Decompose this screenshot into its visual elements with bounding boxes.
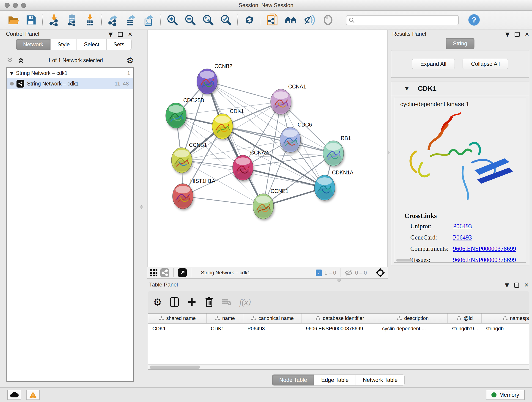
import-table-file-button[interactable]	[82, 13, 98, 27]
tab-node-table[interactable]: Node Table	[272, 375, 314, 385]
show-columns-icon[interactable]	[170, 297, 179, 307]
export-image-button[interactable]	[141, 13, 157, 27]
collapse-all-button[interactable]: Collapse All	[462, 59, 508, 69]
cloud-status-button[interactable]	[7, 390, 21, 400]
results-actions: Expand All Collapse All	[391, 50, 529, 78]
delete-column-icon[interactable]	[205, 297, 214, 307]
string-style-toggle-button[interactable]	[302, 13, 318, 27]
network-node-CDK1[interactable]: CDK1	[212, 108, 244, 139]
open-session-button[interactable]	[6, 13, 22, 27]
import-network-file-button[interactable]	[46, 13, 62, 27]
float-panel-icon[interactable]: ▼	[108, 32, 113, 37]
network-edge-CCNB2-CCNE1[interactable]	[207, 81, 263, 206]
tab-sets[interactable]: Sets	[106, 39, 132, 50]
save-session-button[interactable]	[24, 13, 38, 27]
zoom-out-button[interactable]	[182, 13, 198, 27]
column-header--id[interactable]: @id	[448, 313, 481, 323]
crosslink-link[interactable]: 9606.ENSP00000378699	[453, 256, 516, 263]
column-header-name[interactable]: name	[207, 313, 243, 323]
hidden-eye-icon	[345, 269, 353, 276]
maximize-panel-icon[interactable]	[515, 32, 520, 37]
help-button[interactable]: ?	[468, 14, 480, 27]
grid-view-icon[interactable]	[150, 269, 158, 277]
zoom-in-button[interactable]	[165, 13, 180, 27]
column-header-namespace[interactable]: namespace	[481, 313, 529, 323]
gene-expander-icon[interactable]: ▼	[405, 86, 409, 91]
table-hscrollbar[interactable]	[148, 364, 529, 370]
network-node-CDKN1A[interactable]: CDKN1A	[314, 170, 354, 200]
search-box[interactable]	[346, 15, 459, 25]
view-presentation-button[interactable]	[320, 13, 336, 27]
memory-button[interactable]: Memory	[486, 390, 525, 400]
network-node-CDC6[interactable]: CDC6	[280, 122, 312, 153]
zoom-selected-button[interactable]	[218, 13, 234, 27]
add-column-icon[interactable]	[187, 297, 197, 307]
network-node-HIST1H1A[interactable]: HIST1H1A	[172, 178, 215, 209]
network-row[interactable]: String Network – cdk1 11 48	[7, 78, 133, 89]
expand-all-icon[interactable]	[17, 57, 24, 64]
delete-table-icon	[222, 298, 232, 306]
table-row[interactable]: CDK1CDK1P064939606.ENSP00000378699cyclin…	[148, 324, 529, 334]
network-node-CCNB1[interactable]: CCNB1	[171, 142, 207, 173]
string-import-button[interactable]	[265, 13, 280, 28]
column-header-canonical-name[interactable]: canonical name	[243, 313, 302, 323]
collapse-all-icon[interactable]	[6, 57, 13, 64]
export-table-button[interactable]	[123, 13, 139, 27]
status-bar: Memory	[0, 387, 532, 402]
network-edge-CCNE1-HIST1H1A[interactable]	[183, 196, 263, 206]
gene-details: cyclin-dependent kinase 1	[394, 97, 526, 263]
home-layout-button[interactable]	[283, 13, 299, 27]
results-panel: Results Panel ▼ ✕ String Expand All Coll…	[389, 30, 531, 279]
tab-select[interactable]: Select	[77, 39, 106, 50]
results-hscroll-thumb[interactable]	[396, 259, 413, 262]
close-panel-icon[interactable]: ✕	[525, 32, 529, 37]
network-canvas[interactable]: CCNB2CCNA1CDC25BCDK1CDC6RB1CCNB1CCNA2CDK…	[147, 30, 388, 267]
zoom-fit-button[interactable]	[200, 13, 216, 27]
maximize-panel-icon[interactable]	[118, 32, 123, 37]
network-node-CCNA1[interactable]: CCNA1	[271, 84, 306, 114]
network-node-RB1[interactable]: RB1	[323, 135, 351, 166]
selected-count: 1 – 0	[324, 270, 336, 276]
network-options-gear-icon[interactable]: ⚙	[127, 56, 134, 65]
network-node-CCNE1[interactable]: CCNE1	[253, 188, 288, 219]
table-panel-controls: ▼ ✕	[505, 282, 529, 288]
crosslink-link[interactable]: P06493	[453, 234, 472, 241]
tab-network[interactable]: Network	[16, 39, 51, 50]
close-panel-icon[interactable]: ✕	[128, 32, 133, 37]
tab-network-table[interactable]: Network Table	[356, 375, 405, 385]
column-header-label: name	[222, 315, 235, 321]
search-input[interactable]	[356, 17, 456, 23]
refresh-view-button[interactable]	[241, 13, 257, 27]
crosslink-link[interactable]: 9606.ENSP00000378699	[453, 245, 516, 252]
float-panel-icon[interactable]: ▼	[505, 282, 509, 288]
tree-expander-icon[interactable]: ▼	[10, 71, 13, 76]
import-network-database-button[interactable]	[64, 13, 80, 27]
column-header-shared-name[interactable]: shared name	[148, 313, 207, 323]
birdseye-toggle-icon[interactable]	[375, 268, 385, 278]
tab-style[interactable]: Style	[51, 39, 77, 50]
column-header-database-identifier[interactable]: database identifier	[302, 313, 378, 323]
selected-checkbox-icon[interactable]: ✓	[316, 269, 322, 276]
table-settings-gear-icon[interactable]: ⚙	[153, 297, 162, 308]
table-cell: CDK1	[207, 326, 243, 332]
open-in-window-icon[interactable]	[178, 268, 187, 277]
tab-string[interactable]: String	[446, 38, 475, 49]
tab-edge-table[interactable]: Edge Table	[314, 375, 356, 385]
gene-card-header[interactable]: ▼ CDK1	[391, 82, 529, 95]
float-panel-icon[interactable]: ▼	[505, 32, 509, 37]
network-node-CCNB2[interactable]: CCNB2	[197, 63, 232, 94]
left-splitter-handle[interactable]	[140, 205, 143, 209]
network-collection-row[interactable]: ▼ String Network – cdk1 1	[7, 68, 133, 78]
application-window: Session: New Session	[0, 0, 532, 402]
expand-all-button[interactable]: Expand All	[412, 59, 455, 69]
horizontal-splitter-handle[interactable]	[337, 279, 341, 282]
crosslink-link[interactable]: P06493	[453, 223, 472, 230]
close-panel-icon[interactable]: ✕	[524, 282, 529, 288]
export-network-button[interactable]	[105, 13, 121, 27]
column-header-description[interactable]: description	[378, 313, 448, 323]
warnings-button[interactable]	[26, 390, 40, 400]
crosslink-row: Uniprot:P06493	[410, 223, 526, 230]
share-view-icon[interactable]	[160, 268, 169, 277]
table-hscroll-thumb[interactable]	[150, 366, 200, 369]
maximize-panel-icon[interactable]	[514, 283, 519, 288]
